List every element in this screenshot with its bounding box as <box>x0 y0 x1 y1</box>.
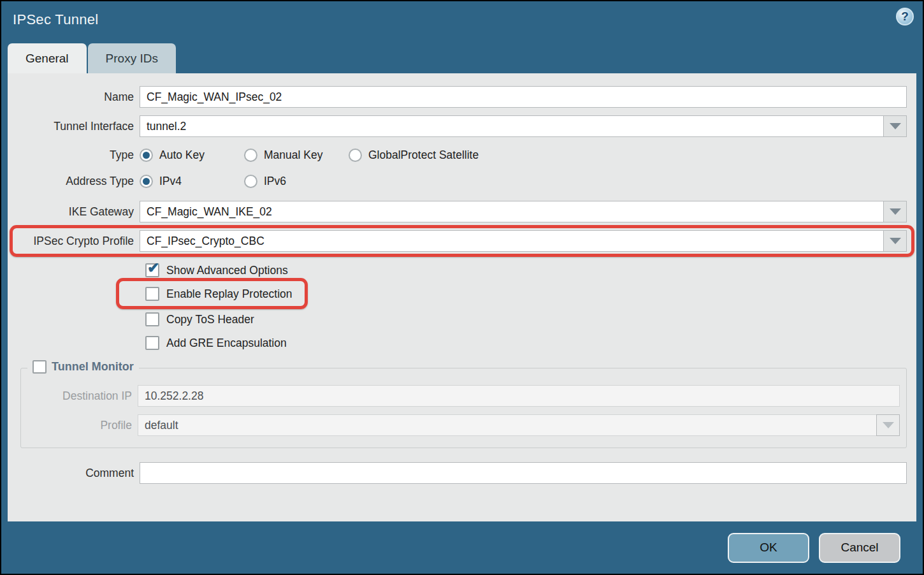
show-advanced-options-row: Show Advanced Options <box>140 263 288 277</box>
cancel-button[interactable]: Cancel <box>819 533 900 563</box>
ipsec-crypto-profile-label: IPSec Crypto Profile <box>8 235 140 248</box>
add-gre-encapsulation-row: Add GRE Encapsulation <box>140 336 287 350</box>
destination-ip-input <box>138 385 900 407</box>
titlebar: IPSec Tunnel ? <box>1 1 923 42</box>
radio-ipv4[interactable]: IPv4 <box>140 175 221 188</box>
ok-button[interactable]: OK <box>728 533 809 563</box>
destination-ip-label: Destination IP <box>21 389 138 403</box>
tab-general[interactable]: General <box>8 43 87 73</box>
tunnel-interface-dropdown-button[interactable] <box>883 115 907 137</box>
enable-replay-protection-row: Enable Replay Protection <box>140 287 292 301</box>
profile-dropdown-button <box>876 414 900 436</box>
chevron-down-icon <box>890 238 901 244</box>
address-type-label: Address Type <box>8 175 140 188</box>
ipsec-crypto-profile-input[interactable] <box>140 230 883 252</box>
radio-unselected-icon[interactable] <box>349 149 362 162</box>
chevron-down-icon <box>883 422 894 428</box>
ike-gateway-input[interactable] <box>140 201 883 222</box>
type-label: Type <box>8 149 140 162</box>
profile-input <box>138 414 876 436</box>
radio-manual-key[interactable]: Manual Key <box>244 149 326 162</box>
radio-ipv6[interactable]: IPv6 <box>244 175 326 188</box>
ike-gateway-label: IKE Gateway <box>8 205 140 219</box>
ipsec-crypto-profile-dropdown-button[interactable] <box>883 230 907 252</box>
radio-unselected-icon[interactable] <box>244 149 257 162</box>
ike-gateway-dropdown-button[interactable] <box>883 201 907 222</box>
name-label: Name <box>8 91 140 104</box>
comment-row: Comment <box>8 462 907 484</box>
profile-row: Profile <box>21 414 900 436</box>
dialog-title: IPSec Tunnel <box>13 11 98 28</box>
radio-unselected-icon[interactable] <box>244 175 257 188</box>
radio-globalprotect-satellite[interactable]: GlobalProtect Satellite <box>349 149 479 162</box>
show-advanced-options-checkbox[interactable] <box>145 263 159 277</box>
tab-bar: General Proxy IDs <box>8 43 176 73</box>
general-tab-panel: Name Tunnel Interface Type Auto Key Manu… <box>8 73 916 521</box>
name-row: Name <box>8 86 907 108</box>
comment-input[interactable] <box>140 462 907 484</box>
copy-tos-header-row: Copy ToS Header <box>140 312 254 326</box>
chevron-down-icon <box>890 123 901 129</box>
comment-label: Comment <box>8 467 140 480</box>
ipsec-crypto-profile-row: IPSec Crypto Profile <box>8 230 907 252</box>
tunnel-interface-input[interactable] <box>140 115 883 137</box>
copy-tos-header-checkbox[interactable] <box>145 312 159 326</box>
tunnel-monitor-group: Tunnel Monitor Destination IP Profile <box>20 368 907 448</box>
tunnel-monitor-legend: Tunnel Monitor <box>27 360 139 374</box>
enable-replay-protection-checkbox[interactable] <box>145 287 159 301</box>
tunnel-interface-row: Tunnel Interface <box>8 115 907 137</box>
profile-label: Profile <box>21 419 138 432</box>
name-input[interactable] <box>140 86 907 108</box>
radio-selected-icon[interactable] <box>140 175 153 188</box>
address-type-row: Address Type IPv4 IPv6 <box>8 175 907 188</box>
destination-ip-row: Destination IP <box>21 385 900 407</box>
tab-proxy-ids[interactable]: Proxy IDs <box>88 43 176 73</box>
ipsec-tunnel-dialog: IPSec Tunnel ? General Proxy IDs Name Tu… <box>0 0 924 575</box>
dialog-footer: OK Cancel <box>1 521 923 574</box>
add-gre-encapsulation-checkbox[interactable] <box>145 336 159 350</box>
ike-gateway-row: IKE Gateway <box>8 201 907 222</box>
radio-auto-key[interactable]: Auto Key <box>140 149 221 162</box>
chevron-down-icon <box>890 208 901 215</box>
type-row: Type Auto Key Manual Key GlobalProtect S… <box>8 149 907 162</box>
radio-selected-icon[interactable] <box>140 149 153 162</box>
tunnel-interface-label: Tunnel Interface <box>8 120 140 133</box>
help-icon[interactable]: ? <box>896 8 914 25</box>
tunnel-monitor-checkbox[interactable] <box>32 360 47 374</box>
